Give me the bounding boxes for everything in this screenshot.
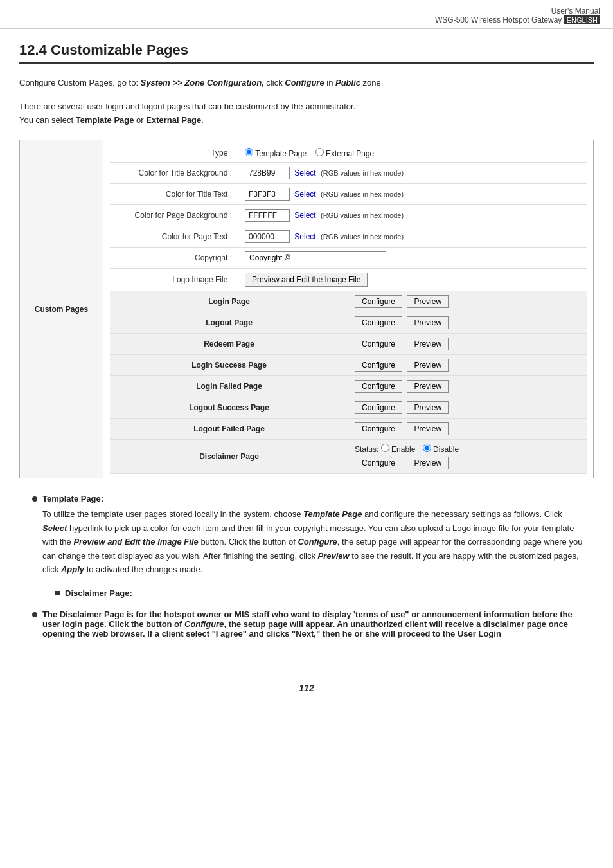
main-content: 12.4 Customizable Pages Configure Custom… [0, 29, 613, 663]
title-bg-select[interactable]: Select [294, 168, 315, 177]
logo-preview-button[interactable]: Preview and Edit the Image File [245, 273, 368, 287]
template-page-radio[interactable] [245, 148, 253, 156]
pages-section-container: Login Page Configure Preview Logout Page [110, 291, 587, 475]
disclaimer-description: The Disclaimer Page is for the hotspot o… [42, 610, 587, 638]
template-page-bullet: Template Page: To utilize the template u… [26, 494, 587, 576]
page-bg-input[interactable]: FFFFFF [245, 209, 290, 222]
login-success-page-name: Login Success Page [110, 355, 348, 376]
page-bg-field: FFFFFF Select (RGB values in hex mode) [238, 205, 587, 226]
page-footer: 112 [0, 676, 613, 700]
bullet-dot-icon [32, 496, 37, 502]
template-page-description: To utilize the template user pages store… [42, 507, 587, 576]
inner-config-table: Type : Template Page External Page [110, 144, 587, 474]
title-text-input[interactable]: F3F3F3 [245, 188, 290, 201]
disable-radio-label[interactable]: Disable [423, 445, 459, 454]
page-bg-label: Color for Page Background : [110, 205, 238, 226]
logout-failed-preview-button[interactable]: Preview [407, 422, 449, 435]
disclaimer-configure-button[interactable]: Configure [355, 457, 402, 469]
template-page-bullet-title: Template Page: [42, 494, 103, 503]
disclaimer-sub-title: Disclaimer Page: [65, 588, 132, 598]
title-text-select[interactable]: Select [294, 190, 315, 199]
login-page-actions: Configure Preview [348, 291, 587, 312]
logout-success-page-name: Logout Success Page [110, 397, 348, 419]
manual-title: User's Manual [13, 6, 600, 15]
login-failed-configure-button[interactable]: Configure [355, 380, 402, 393]
login-success-page-actions: Configure Preview [348, 355, 587, 376]
enable-radio[interactable] [381, 444, 389, 452]
device-name: WSG-500 Wireless Hotspot Gateway [435, 15, 564, 24]
custom-pages-label: Custom Pages [20, 140, 103, 478]
english-badge: ENGLISH [564, 15, 600, 24]
page-text-label: Color for Page Text : [110, 226, 238, 248]
table-row: Logout Failed Page Configure Preview [110, 419, 587, 440]
page-bg-select[interactable]: Select [294, 211, 315, 220]
logo-label: Logo Image File : [110, 269, 238, 291]
page-text-select[interactable]: Select [294, 232, 315, 241]
login-success-preview-button[interactable]: Preview [407, 359, 449, 372]
intro-paragraph-1: Configure Custom Pages, go to: System >>… [19, 77, 594, 90]
redeem-preview-button[interactable]: Preview [407, 338, 449, 350]
enable-radio-label[interactable]: Enable [381, 445, 416, 454]
external-page-radio-label[interactable]: External Page [315, 149, 375, 158]
disclaimer-sub-bullet: Disclaimer Page: [39, 588, 587, 598]
redeem-configure-button[interactable]: Configure [355, 338, 402, 350]
type-label: Type : [110, 144, 238, 163]
table-row: Login Page Configure Preview [110, 291, 587, 312]
logout-configure-button[interactable]: Configure [355, 316, 402, 329]
type-selection: Template Page External Page [238, 144, 587, 163]
logout-failed-page-name: Logout Failed Page [110, 419, 348, 440]
logout-page-name: Logout Page [110, 312, 348, 334]
disclaimer-status-line: Status: Enable Disable [355, 444, 580, 454]
login-page-name: Login Page [110, 291, 348, 312]
logout-success-preview-button[interactable]: Preview [407, 401, 449, 414]
template-page-radio-label[interactable]: Template Page [245, 149, 309, 158]
table-row: Login Success Page Configure Preview [110, 355, 587, 376]
disclaimer-main-bullet: The Disclaimer Page is for the hotspot o… [26, 610, 587, 638]
title-text-field: F3F3F3 Select (RGB values in hex mode) [238, 184, 587, 205]
pages-table: Login Page Configure Preview Logout Page [110, 291, 587, 474]
logo-field: Preview and Edit the Image File [238, 269, 587, 291]
login-failed-page-actions: Configure Preview [348, 376, 587, 397]
title-bg-input[interactable]: 728B99 [245, 167, 290, 179]
external-page-radio[interactable] [315, 148, 324, 156]
disclaimer-preview-button[interactable]: Preview [407, 457, 449, 469]
table-row: Login Failed Page Configure Preview [110, 376, 587, 397]
login-failed-preview-button[interactable]: Preview [407, 380, 449, 393]
copyright-field [238, 248, 587, 269]
login-success-configure-button[interactable]: Configure [355, 359, 402, 372]
table-row: Redeem Page Configure Preview [110, 334, 587, 355]
title-text-label: Color for Title Text : [110, 184, 238, 205]
logout-preview-button[interactable]: Preview [407, 316, 449, 329]
logout-failed-configure-button[interactable]: Configure [355, 422, 402, 435]
redeem-page-actions: Configure Preview [348, 334, 587, 355]
page-text-input[interactable]: 000000 [245, 230, 290, 243]
page-number: 112 [299, 683, 314, 693]
redeem-page-name: Redeem Page [110, 334, 348, 355]
disclaimer-page-actions: Status: Enable Disable Configure Preview [348, 440, 587, 474]
config-form: Type : Template Page External Page [103, 140, 594, 478]
login-failed-page-name: Login Failed Page [110, 376, 348, 397]
page-header: User's Manual WSG-500 Wireless Hotspot G… [0, 0, 613, 29]
section-title: 12.4 Customizable Pages [19, 42, 594, 64]
table-row: Logout Success Page Configure Preview [110, 397, 587, 419]
login-preview-button[interactable]: Preview [407, 295, 449, 308]
copyright-input[interactable] [245, 251, 386, 264]
logout-page-actions: Configure Preview [348, 312, 587, 334]
bullet-dot-icon-2 [32, 612, 37, 617]
disclaimer-buttons: Configure Preview [355, 457, 580, 469]
logout-success-configure-button[interactable]: Configure [355, 401, 402, 414]
bullet-section: Template Page: To utilize the template u… [19, 494, 594, 638]
copyright-label: Copyright : [110, 248, 238, 269]
logout-success-page-actions: Configure Preview [348, 397, 587, 419]
title-bg-field: 728B99 Select (RGB values in hex mode) [238, 163, 587, 184]
config-table: Custom Pages Type : Template Page [19, 140, 594, 478]
table-row: Disclaimer Page Status: Enable Disable [110, 440, 587, 474]
bullet-square-icon [55, 591, 60, 595]
disable-radio[interactable] [423, 444, 431, 452]
page-text-field: 000000 Select (RGB values in hex mode) [238, 226, 587, 248]
title-bg-label: Color for Title Background : [110, 163, 238, 184]
table-row: Logout Page Configure Preview [110, 312, 587, 334]
login-configure-button[interactable]: Configure [355, 295, 402, 308]
disclaimer-page-name: Disclaimer Page [110, 440, 348, 474]
intro-paragraph-2: There are several user login and logout … [19, 100, 594, 127]
